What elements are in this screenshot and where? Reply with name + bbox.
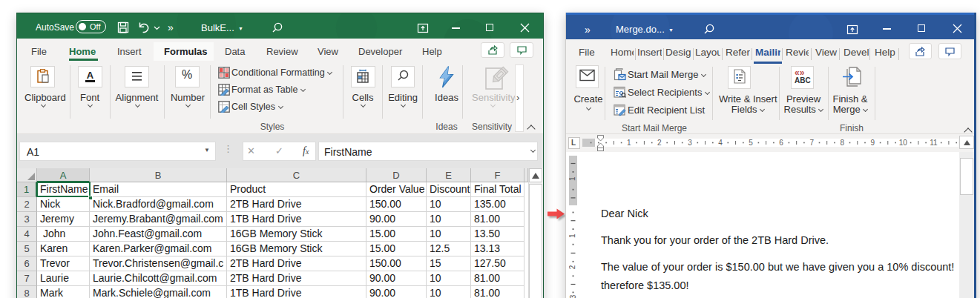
svg-text:10: 10 bbox=[899, 139, 908, 147]
svg-text:6: 6 bbox=[779, 139, 783, 147]
svg-text:11: 11 bbox=[930, 139, 938, 147]
svg-text:2: 2 bbox=[657, 139, 662, 147]
svg-text:1: 1 bbox=[569, 176, 577, 181]
svg-text:1: 1 bbox=[569, 234, 577, 238]
svg-text:5: 5 bbox=[749, 139, 753, 147]
svg-text:A: A bbox=[87, 70, 94, 81]
svg-text:8: 8 bbox=[840, 139, 844, 147]
svg-text:4: 4 bbox=[718, 139, 723, 147]
svg-text:3: 3 bbox=[688, 139, 692, 147]
svg-text:2: 2 bbox=[569, 265, 577, 269]
svg-text:9: 9 bbox=[871, 139, 875, 147]
svg-text:7: 7 bbox=[809, 139, 814, 147]
svg-text:1: 1 bbox=[627, 139, 631, 147]
svg-text:3: 3 bbox=[569, 294, 577, 298]
